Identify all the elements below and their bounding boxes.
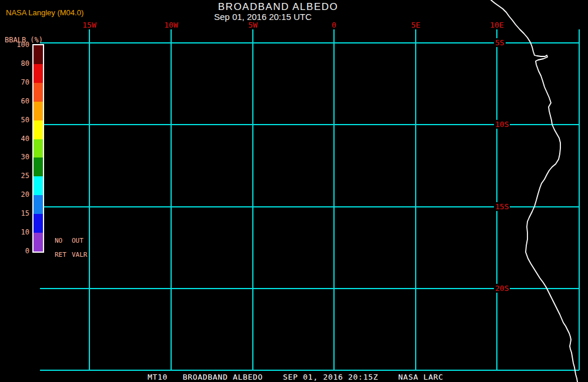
colorbar-segment xyxy=(34,64,43,83)
meridian-label: 15W xyxy=(82,21,96,29)
colorbar-tick: 100 xyxy=(0,41,29,49)
colorbar-tick: 60 xyxy=(0,97,29,105)
flag-ret-label: RET xyxy=(55,251,66,259)
colorbar-segment xyxy=(34,158,43,176)
colorbar-tick: 10 xyxy=(0,228,29,236)
colorbar-segment xyxy=(34,45,43,64)
flag-out-label: OUT xyxy=(72,237,83,244)
flag-no-label: NO xyxy=(55,237,62,244)
colorbar-tick: 0 xyxy=(0,247,29,255)
parallel-label: 5S xyxy=(494,38,506,47)
parallel-label: 15S xyxy=(494,202,510,211)
colorbar-segment xyxy=(34,214,43,233)
colorbar-segment xyxy=(34,102,43,120)
colorbar-tick: 30 xyxy=(0,153,29,161)
colorbar-segment xyxy=(34,120,43,139)
coastline-path xyxy=(491,0,577,382)
meridian-label: 5E xyxy=(411,21,420,29)
meridian-label: 10W xyxy=(164,21,178,29)
meridian-label: 10E xyxy=(490,21,503,29)
meridian-label: 0 xyxy=(332,21,336,29)
flag-valr-label: VALR xyxy=(72,251,88,259)
colorbar-tick: 70 xyxy=(0,78,29,86)
colorbar-segment xyxy=(34,83,43,102)
parallel-label: 20S xyxy=(494,284,510,293)
colorbar-segment xyxy=(34,233,43,252)
status-bar: MT10 BROADBAND ALBEDO SEP 01, 2016 20:15… xyxy=(148,373,443,381)
albedo-colorbar xyxy=(32,44,44,253)
colorbar-segment xyxy=(34,139,43,158)
meridian-label: 5W xyxy=(248,21,258,29)
colorbar-tick: 25 xyxy=(0,172,29,180)
colorbar-tick: 80 xyxy=(0,59,29,68)
colorbar-tick: 50 xyxy=(0,116,29,124)
colorbar-tick: 20 xyxy=(0,190,29,199)
albedo-map-viewer: NASA Langley (M04.0) BROADBAND ALBEDO Se… xyxy=(0,0,588,382)
colorbar-segment xyxy=(34,195,43,214)
colorbar-tick: 40 xyxy=(0,135,29,143)
colorbar-segment xyxy=(34,176,43,195)
parallel-label: 10S xyxy=(494,120,510,129)
colorbar-tick: 15 xyxy=(0,209,29,217)
coastline-map xyxy=(0,0,588,382)
